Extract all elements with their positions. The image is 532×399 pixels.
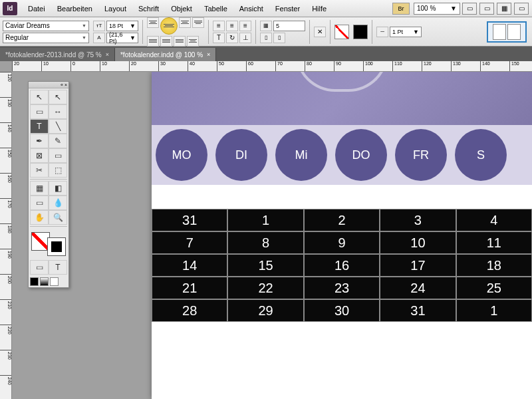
calendar-cell[interactable]: 29 <box>227 299 303 322</box>
calendar-cell[interactable]: 21 <box>152 277 227 299</box>
baseline-off-icon[interactable]: ≡ <box>239 21 251 31</box>
font-style-select[interactable]: Regular▼ <box>3 33 89 43</box>
page-tool[interactable]: ▭ <box>30 104 49 119</box>
zoom-select[interactable]: 100 %▼ <box>414 3 460 15</box>
text-direction-icon[interactable]: ⊥ <box>239 33 251 43</box>
document-tab[interactable]: *fotokalender.indd @ 100 %× <box>115 48 216 61</box>
calendar-cell[interactable]: 24 <box>380 277 456 299</box>
formatting-text-icon[interactable]: T <box>49 260 67 275</box>
line-tool[interactable]: ╲ <box>49 119 67 134</box>
pen-tool[interactable]: ✒ <box>30 134 49 148</box>
calendar-cell[interactable]: 8 <box>227 231 303 254</box>
rotate-text-icon[interactable]: ↻ <box>226 33 238 43</box>
arrange-icon[interactable]: ▦ <box>497 3 511 15</box>
selection-tool[interactable]: ↖ <box>30 90 49 104</box>
calendar-cell[interactable]: 7 <box>152 231 227 254</box>
direct-selection-tool[interactable]: ↖ <box>49 90 67 104</box>
weekday-circle[interactable]: S <box>455 129 507 181</box>
screen-mode-icon[interactable]: ▭ <box>479 3 494 15</box>
stroke-color-icon[interactable] <box>47 237 66 256</box>
vertical-ruler[interactable]: 1201301401501601701801902002102202302402… <box>0 72 12 399</box>
apply-color-icon[interactable] <box>30 277 39 286</box>
menu-ansicht[interactable]: Ansicht <box>234 2 269 15</box>
menu-bearbeiten[interactable]: Bearbeiten <box>52 2 98 15</box>
weekday-circle[interactable]: DO <box>335 129 387 181</box>
note-tool[interactable]: ▭ <box>30 196 49 210</box>
weekday-circle[interactable]: Mi <box>275 129 327 181</box>
indent-left-icon[interactable]: ≡ <box>213 21 225 31</box>
baseline-icon[interactable]: ≡ <box>226 21 238 31</box>
close-tab-icon[interactable]: × <box>207 51 210 58</box>
view-mode-icon[interactable]: ▭ <box>462 3 477 15</box>
fill-stroke-swatch[interactable] <box>30 231 67 257</box>
apply-gradient-icon[interactable] <box>40 277 49 286</box>
formatting-container-icon[interactable]: ▭ <box>30 260 49 275</box>
calendar-cell[interactable]: 25 <box>456 277 532 299</box>
calendar-cell[interactable]: 3 <box>380 209 456 231</box>
zoom-tool[interactable]: 🔍 <box>49 210 67 225</box>
menu-datei[interactable]: Datei <box>23 2 51 15</box>
calendar-cell[interactable]: 17 <box>380 254 456 277</box>
free-transform-tool[interactable]: ⬚ <box>49 163 67 178</box>
vertical-text-icon[interactable]: T <box>213 33 225 43</box>
stroke-swatch[interactable] <box>353 25 368 39</box>
eyedropper-tool[interactable]: 💧 <box>49 196 67 210</box>
justify-last-center-button[interactable] <box>147 36 159 47</box>
weekday-circle[interactable]: FR <box>395 129 447 181</box>
calendar-cell[interactable]: 23 <box>304 277 380 299</box>
calendar-table[interactable]: 3112347891011141516171821222324252829303… <box>152 209 532 322</box>
justify-all-button[interactable] <box>174 36 186 47</box>
apply-none-icon[interactable] <box>50 277 59 286</box>
calendar-cell[interactable]: 18 <box>456 254 532 277</box>
font-size-field[interactable]: 18 Pt▼ <box>106 21 138 31</box>
leading-field[interactable]: (21,6 Pt)▼ <box>106 33 138 43</box>
gradient-feather-tool[interactable]: ◧ <box>49 181 67 196</box>
bridge-button[interactable]: Br <box>392 3 410 15</box>
rectangle-tool[interactable]: ▭ <box>49 148 67 163</box>
close-tab-icon[interactable]: × <box>106 51 109 58</box>
font-family-select[interactable]: Caviar Dreams▼ <box>3 21 89 31</box>
calendar-cell[interactable]: 14 <box>152 254 227 277</box>
justify-last-right-button[interactable] <box>160 36 172 47</box>
gap-tool[interactable]: ↔ <box>49 104 67 119</box>
scissors-tool[interactable]: ✂ <box>30 163 49 178</box>
justify-last-left-button[interactable] <box>192 17 204 28</box>
align-left-button[interactable] <box>147 17 159 28</box>
calendar-cell[interactable]: 9 <box>304 231 380 254</box>
calendar-cell[interactable]: 15 <box>227 254 303 277</box>
hand-tool[interactable]: ✋ <box>30 210 49 225</box>
menu-layout[interactable]: Layout <box>99 2 132 15</box>
align-spine-button[interactable] <box>187 36 199 47</box>
document-page[interactable]: MODIMiDOFRS 3112347891011141516171821222… <box>152 72 532 399</box>
calendar-cell[interactable]: 16 <box>304 254 380 277</box>
calendar-cell[interactable]: 30 <box>304 299 380 322</box>
menu-fenster[interactable]: Fenster <box>270 2 305 15</box>
canvas-area[interactable]: « × ↖ ↖ ▭ ↔ T ╲ ✒ ✎ ⊠ ▭ ✂ ⬚ ▦ ◧ ▭ 💧 ✋ 🔍 <box>12 72 532 399</box>
menu-schrift[interactable]: Schrift <box>133 2 164 15</box>
calendar-cell[interactable]: 31 <box>152 209 227 231</box>
calendar-cell[interactable]: 4 <box>456 209 532 231</box>
horizontal-ruler[interactable]: 2010010203040506070809010011012013014015… <box>12 61 532 72</box>
calendar-cell[interactable]: 1 <box>227 209 303 231</box>
calendar-cell[interactable]: 2 <box>304 209 380 231</box>
type-tool[interactable]: T <box>30 119 49 134</box>
page-preview[interactable] <box>487 21 527 43</box>
calendar-cell[interactable]: 10 <box>380 231 456 254</box>
document-tab[interactable]: *fotokalender-2013.indd @ 75 %× <box>0 48 115 61</box>
rectangle-frame-tool[interactable]: ⊠ <box>30 148 49 163</box>
calendar-cell[interactable]: 28 <box>152 299 227 322</box>
weekday-circle[interactable]: DI <box>215 129 267 181</box>
calendar-cell[interactable]: 31 <box>380 299 456 322</box>
gradient-swatch-tool[interactable]: ▦ <box>30 181 49 196</box>
workspace-icon[interactable]: ▭ <box>514 3 529 15</box>
calendar-cell[interactable]: 1 <box>456 299 532 322</box>
fill-swatch[interactable] <box>334 25 349 39</box>
align-right-button[interactable] <box>179 17 191 28</box>
align-center-button[interactable] <box>160 17 178 35</box>
calendar-cell[interactable]: 11 <box>456 231 532 254</box>
panel-header[interactable]: « × <box>29 82 68 88</box>
menu-tabelle[interactable]: Tabelle <box>199 2 233 15</box>
weekday-circle[interactable]: MO <box>156 129 207 181</box>
columns-field[interactable]: 5 <box>273 21 305 31</box>
menu-hilfe[interactable]: Hilfe <box>307 2 332 15</box>
